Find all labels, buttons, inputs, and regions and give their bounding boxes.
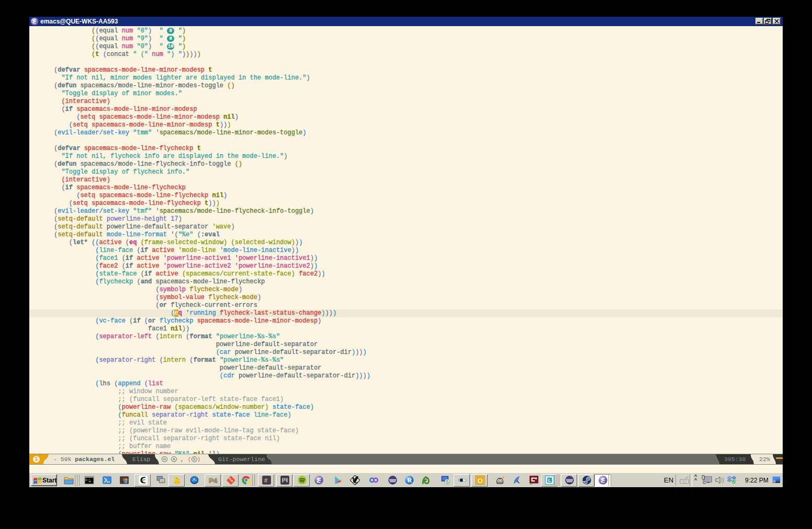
svg-text:#: #	[264, 477, 268, 484]
svg-text:m: m	[355, 480, 358, 484]
svg-text:intel: intel	[530, 483, 533, 485]
svg-text:L: L	[548, 478, 551, 483]
svg-text:P4: P4	[209, 477, 218, 485]
svg-text:O: O	[478, 477, 483, 485]
svg-text:R: R	[408, 477, 412, 484]
